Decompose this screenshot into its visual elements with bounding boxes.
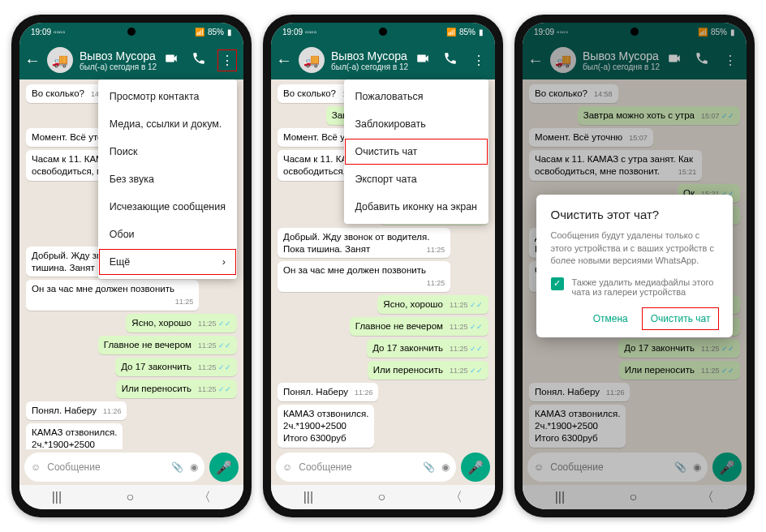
status-time: 19:09	[31, 28, 51, 36]
message-in[interactable]: КАМАЗ отзвонился.2ч.*1900+2500Итого 6300…	[278, 405, 374, 448]
video-call-icon[interactable]	[415, 51, 430, 69]
checkbox-icon[interactable]: ✓	[551, 277, 564, 290]
menu-item[interactable]: Пожаловаться	[344, 83, 488, 110]
menu-item[interactable]: Ещё›	[98, 248, 237, 276]
message-out[interactable]: Ясно, хорошо11:25	[377, 295, 488, 314]
phone-2: 19:09▫▫▫▫ 📶85%▮ ← 🚚 Вывоз Мусора 2 был(-…	[263, 15, 503, 517]
avatar[interactable]: 🚚	[47, 47, 73, 73]
message-in[interactable]: Понял. Наберу11:26	[278, 383, 378, 401]
menu-item[interactable]: Экспорт чата	[344, 165, 488, 193]
menu-item[interactable]: Медиа, ссылки и докум.	[98, 110, 237, 138]
phone-3: 19:09▫▫▫▫ 📶85%▮ ← 🚚 Вывоз Мусора 2 был(-…	[514, 15, 755, 517]
emoji-icon[interactable]: ☺	[282, 461, 292, 473]
attach-icon[interactable]: 📎	[423, 461, 435, 473]
menu-item[interactable]: Просмотр контакта	[98, 83, 237, 110]
screen: 19:09▫▫▫▫ 📶85%▮ ← 🚚 Вывоз Мусора 2 был(-…	[19, 23, 243, 509]
dialog-cancel-button[interactable]: Отмена	[585, 308, 636, 329]
menu-item[interactable]: Исчезающие сообщения	[98, 193, 237, 221]
dialog-title: Очистить этот чат?	[551, 208, 719, 221]
dialog-checkbox-row[interactable]: ✓ Также удалить медиафайлы этого чата из…	[551, 277, 719, 297]
voice-call-icon[interactable]	[443, 51, 458, 69]
input-row: ☺ Сообщение 📎 ◉ 🎤	[19, 449, 243, 485]
message-in[interactable]: Он за час мне должен позвонить11:25	[26, 280, 199, 311]
nav-bar: ||| ○ 〈	[19, 485, 243, 509]
attach-icon[interactable]: 📎	[171, 461, 183, 473]
nav-recent[interactable]: |||	[52, 490, 62, 504]
chat-title: Вывоз Мусора 2	[80, 49, 157, 62]
message-in[interactable]: КАМАЗ отзвонился.2ч.*1900+2500Итого 6300…	[26, 423, 123, 449]
back-icon[interactable]: ←	[24, 51, 41, 70]
camera-icon[interactable]: ◉	[190, 461, 198, 473]
menu-item[interactable]: Без звука	[98, 165, 237, 193]
video-call-icon[interactable]	[164, 51, 179, 69]
dialog-check-label: Также удалить медиафайлы этого чата из г…	[572, 277, 719, 297]
avatar[interactable]: 🚚	[299, 47, 325, 73]
message-input[interactable]: ☺ Сообщение 📎 ◉	[276, 453, 456, 482]
message-in[interactable]: Добрый. Жду звонок от водителя. Пока тиш…	[278, 228, 450, 259]
message-out[interactable]: До 17 закончить11:25	[367, 339, 488, 358]
options-menu: Просмотр контактаМедиа, ссылки и докум.П…	[98, 79, 237, 279]
menu-item[interactable]: Заблокировать	[344, 110, 488, 138]
message-input[interactable]: ☺ Сообщение 📎 ◉	[24, 453, 204, 482]
message-out[interactable]: Или переносить11:25	[368, 361, 488, 380]
dialog-scrim[interactable]: Очистить этот чат? Сообщения будут удале…	[523, 23, 747, 509]
message-out[interactable]: Или переносить11:25	[116, 380, 237, 398]
menu-item[interactable]: Добавить иконку на экран	[344, 193, 488, 221]
more-icon[interactable]: ⋮	[219, 51, 235, 70]
phone-1: 19:09▫▫▫▫ 📶85%▮ ← 🚚 Вывоз Мусора 2 был(-…	[11, 15, 252, 517]
nav-back[interactable]: 〈	[198, 489, 211, 506]
back-icon[interactable]: ←	[276, 51, 292, 70]
screen: 19:09▫▫▫▫ 📶85%▮ ← 🚚 Вывоз Мусора 2 был(-…	[523, 23, 747, 509]
screen: 19:09▫▫▫▫ 📶85%▮ ← 🚚 Вывоз Мусора 2 был(-…	[271, 23, 495, 509]
menu-item[interactable]: Обои	[98, 221, 237, 248]
more-submenu: ПожаловатьсяЗаблокироватьОчистить чатЭкс…	[344, 79, 488, 224]
chat-header: ← 🚚 Вывоз Мусора 2 был(-а) сегодня в 12:…	[19, 41, 243, 79]
message-out[interactable]: Ясно, хорошо11:25	[126, 314, 237, 332]
mic-button[interactable]: 🎤	[209, 453, 239, 482]
message-in[interactable]: Он за час мне должен позвонить11:25	[278, 261, 450, 292]
nav-home[interactable]: ○	[126, 490, 134, 504]
dialog-body: Сообщения будут удалены только с этого у…	[551, 230, 719, 267]
mic-button[interactable]: 🎤	[461, 453, 490, 482]
status-bar: 19:09▫▫▫▫ 📶85%▮	[271, 23, 495, 41]
message-in[interactable]: Понял. Наберу11:26	[26, 401, 127, 420]
input-placeholder: Сообщение	[47, 461, 165, 473]
camera-icon[interactable]: ◉	[441, 461, 450, 473]
message-out[interactable]: Главное не вечером11:25	[350, 317, 488, 336]
status-battery: 85%	[208, 28, 224, 36]
chat-header: ← 🚚 Вывоз Мусора 2 был(-а) сегодня в 12:…	[271, 41, 495, 79]
message-out[interactable]: Главное не вечером11:25	[98, 336, 237, 354]
voice-call-icon[interactable]	[192, 51, 206, 69]
dialog-confirm-button[interactable]: Очистить чат	[643, 308, 719, 329]
clear-chat-dialog: Очистить этот чат? Сообщения будут удале…	[536, 195, 734, 337]
emoji-icon[interactable]: ☺	[31, 461, 41, 473]
chat-subtitle: был(-а) сегодня в 12:40	[80, 62, 157, 71]
status-bar: 19:09▫▫▫▫ 📶85%▮	[19, 23, 243, 41]
menu-item[interactable]: Очистить чат	[344, 138, 488, 165]
menu-item[interactable]: Поиск	[98, 138, 237, 165]
more-icon[interactable]: ⋮	[471, 51, 487, 70]
message-out[interactable]: До 17 закончить11:25	[115, 358, 237, 376]
chat-title-box[interactable]: Вывоз Мусора 2 был(-а) сегодня в 12:40	[80, 49, 157, 71]
